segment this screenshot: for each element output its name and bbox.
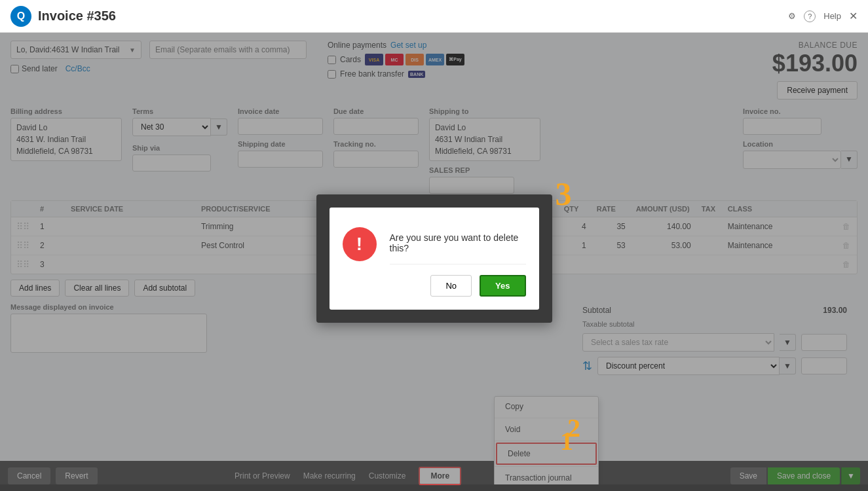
- dialog-divider: [390, 264, 526, 264]
- dialog-warning-icon: !: [343, 227, 377, 261]
- step-badge-3: 3: [556, 175, 572, 213]
- main-content: Lo, David:4631 W Indian Trail ▼ Send lat…: [0, 33, 868, 484]
- gear-icon[interactable]: ⚙: [788, 11, 796, 21]
- top-bar: Q Invoice #356 ⚙ ? Cancel Help ✕: [0, 0, 868, 33]
- dialog-overlay: ! Are you sure you want to delete this? …: [0, 33, 868, 484]
- app-logo: Q: [10, 6, 31, 27]
- top-right-icons: ⚙ ? Cancel Help ✕: [788, 10, 858, 22]
- dialog-box: ! Are you sure you want to delete this? …: [316, 194, 552, 323]
- help-icon[interactable]: ?: [804, 10, 816, 22]
- dialog-no-button[interactable]: No: [430, 275, 472, 297]
- dialog-yes-button[interactable]: Yes: [480, 275, 525, 297]
- help-text: Help: [823, 11, 841, 21]
- invoice-title: Invoice #356: [38, 9, 116, 24]
- dialog-message: Are you sure you want to delete this?: [390, 232, 526, 253]
- dialog-buttons: No Yes: [390, 275, 526, 297]
- dialog-inner: ! Are you sure you want to delete this? …: [330, 208, 539, 310]
- close-icon[interactable]: ✕: [849, 10, 858, 22]
